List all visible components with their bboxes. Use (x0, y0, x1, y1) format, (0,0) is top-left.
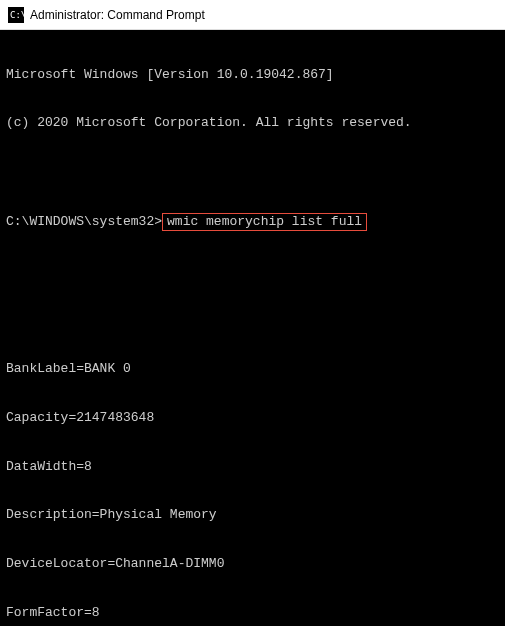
output-line: DataWidth=8 (6, 459, 499, 475)
header-line: Microsoft Windows [Version 10.0.19042.86… (6, 67, 499, 83)
svg-text:C:\: C:\ (10, 10, 24, 20)
blank-line (6, 312, 499, 328)
output-line: Capacity=2147483648 (6, 410, 499, 426)
prompt-path: C:\WINDOWS\system32> (6, 214, 162, 230)
command-highlight: wmic memorychip list full (162, 213, 367, 231)
blank-line (6, 264, 499, 280)
cmd-icon: C:\ (8, 7, 24, 23)
output-line: FormFactor=8 (6, 605, 499, 621)
header-line: (c) 2020 Microsoft Corporation. All righ… (6, 115, 499, 131)
output-line: Description=Physical Memory (6, 507, 499, 523)
window-titlebar: C:\ Administrator: Command Prompt (0, 0, 505, 30)
output-line: BankLabel=BANK 0 (6, 361, 499, 377)
window-title: Administrator: Command Prompt (30, 8, 205, 22)
blank-line (6, 164, 499, 180)
prompt-line: C:\WINDOWS\system32>wmic memorychip list… (6, 213, 499, 231)
output-line: DeviceLocator=ChannelA-DIMM0 (6, 556, 499, 572)
terminal-output[interactable]: Microsoft Windows [Version 10.0.19042.86… (0, 30, 505, 626)
